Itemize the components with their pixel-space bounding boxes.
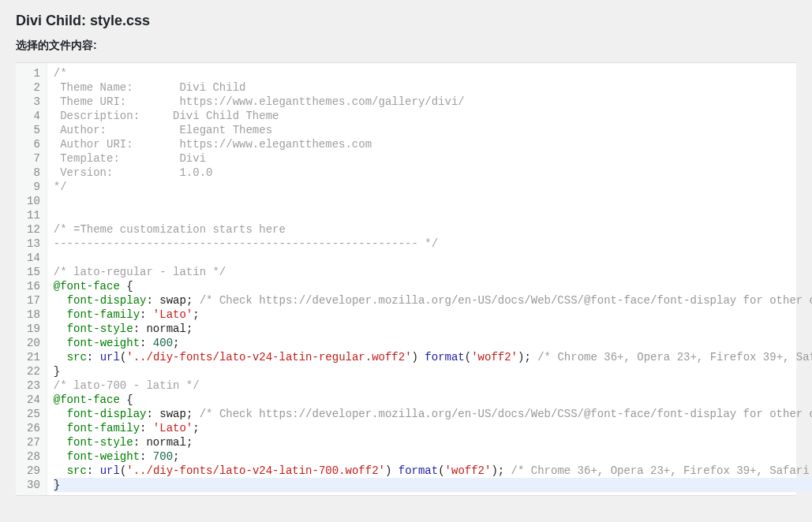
- line-number: 18: [27, 308, 40, 322]
- line-number: 8: [27, 166, 40, 180]
- code-line[interactable]: ----------------------------------------…: [54, 237, 812, 251]
- line-number: 22: [27, 364, 40, 378]
- line-number: 12: [27, 222, 40, 237]
- code-line[interactable]: Theme URI: https://www.elegantthemes.com…: [54, 95, 812, 109]
- line-number: 1: [27, 66, 40, 80]
- line-number: 30: [27, 478, 40, 492]
- line-number: 10: [27, 194, 40, 208]
- code-line[interactable]: src: url('../diy-fonts/lato-v24-latin-70…: [54, 464, 812, 478]
- line-number: 28: [27, 449, 40, 464]
- code-line[interactable]: Template: Divi: [54, 151, 812, 166]
- code-line[interactable]: src: url('../diy-fonts/lato-v24-latin-re…: [54, 350, 812, 364]
- line-number: 16: [27, 279, 40, 293]
- line-number: 13: [27, 237, 40, 251]
- code-line[interactable]: Author: Elegant Themes: [54, 123, 812, 137]
- line-number-gutter: 1234567891011121314151617181920212223242…: [16, 63, 47, 495]
- line-number: 21: [27, 350, 40, 364]
- page-title: Divi Child: style.css: [0, 0, 812, 39]
- code-line[interactable]: font-weight: 400;: [54, 336, 812, 350]
- code-line[interactable]: [54, 194, 812, 208]
- code-line[interactable]: [54, 251, 812, 265]
- line-number: 2: [27, 80, 40, 95]
- file-content-label: 选择的文件内容:: [0, 39, 812, 62]
- line-number: 14: [27, 251, 40, 265]
- code-line[interactable]: [54, 208, 812, 222]
- line-number: 20: [27, 336, 40, 350]
- line-number: 15: [27, 265, 40, 279]
- code-line[interactable]: Author URI: https://www.elegantthemes.co…: [54, 137, 812, 151]
- code-line[interactable]: font-style: normal;: [54, 322, 812, 336]
- line-number: 19: [27, 322, 40, 336]
- line-number: 24: [27, 393, 40, 407]
- line-number: 3: [27, 95, 40, 109]
- code-line[interactable]: }: [54, 478, 812, 492]
- line-number: 17: [27, 293, 40, 308]
- line-number: 25: [27, 407, 40, 421]
- code-line[interactable]: @font-face {: [54, 279, 812, 293]
- line-number: 11: [27, 208, 40, 222]
- code-line[interactable]: Description: Divi Child Theme: [54, 109, 812, 123]
- code-line[interactable]: font-style: normal;: [54, 435, 812, 449]
- line-number: 5: [27, 123, 40, 137]
- line-number: 6: [27, 137, 40, 151]
- code-line[interactable]: @font-face {: [54, 393, 812, 407]
- code-line[interactable]: font-display: swap; /* Check https://dev…: [54, 407, 812, 421]
- code-line[interactable]: /* =Theme customization starts here: [54, 222, 812, 237]
- code-line[interactable]: font-family: 'Lato';: [54, 421, 812, 435]
- line-number: 26: [27, 421, 40, 435]
- code-line[interactable]: font-family: 'Lato';: [54, 308, 812, 322]
- code-content[interactable]: /* Theme Name: Divi Child Theme URI: htt…: [47, 63, 812, 495]
- code-line[interactable]: */: [54, 180, 812, 194]
- code-line[interactable]: Theme Name: Divi Child: [54, 80, 812, 95]
- code-line[interactable]: Version: 1.0.0: [54, 166, 812, 180]
- line-number: 23: [27, 378, 40, 393]
- code-line[interactable]: font-weight: 700;: [54, 449, 812, 464]
- code-line[interactable]: font-display: swap; /* Check https://dev…: [54, 293, 812, 308]
- code-editor[interactable]: 1234567891011121314151617181920212223242…: [16, 62, 796, 496]
- line-number: 4: [27, 109, 40, 123]
- code-line[interactable]: }: [54, 364, 812, 378]
- code-line[interactable]: /* lato-regular - latin */: [54, 265, 812, 279]
- line-number: 29: [27, 464, 40, 478]
- line-number: 7: [27, 151, 40, 166]
- line-number: 27: [27, 435, 40, 449]
- line-number: 9: [27, 180, 40, 194]
- code-line[interactable]: /* lato-700 - latin */: [54, 378, 812, 393]
- code-line[interactable]: /*: [54, 66, 812, 80]
